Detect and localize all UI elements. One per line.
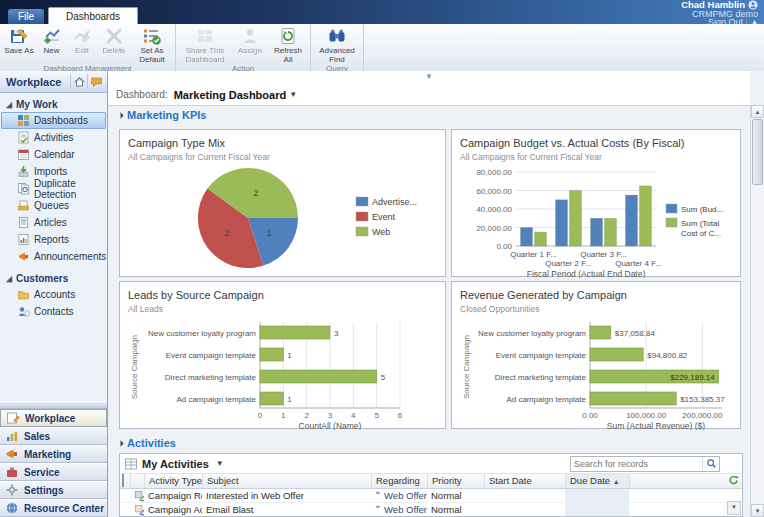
scroll-down-button[interactable]: ▼ (751, 504, 764, 517)
new-icon (42, 26, 62, 46)
nav-workplace[interactable]: Workplace (0, 409, 107, 427)
chart-title: Campaign Budget vs. Actual Costs (By Fis… (460, 137, 732, 149)
advanced-find-icon (327, 26, 347, 46)
nav-service[interactable]: Service (0, 463, 107, 481)
row-checkbox[interactable] (120, 503, 130, 516)
view-selector[interactable]: My Activities (142, 458, 209, 470)
refresh-grid-button[interactable] (727, 474, 742, 488)
sidebar-item-dashboards[interactable]: Dashboards (1, 112, 106, 129)
cell-regarding[interactable]: Web Offer (371, 503, 427, 516)
campaign-type-mix-chart[interactable]: 122Advertise...EventWeb (128, 164, 437, 274)
sidebar-item-reports[interactable]: Reports (1, 231, 106, 248)
activity-row[interactable]: Campaign Respo... Interested in Web Offe… (120, 489, 742, 503)
svg-text:Quarter 4 F...: Quarter 4 F... (615, 259, 662, 268)
sidebar-splitter[interactable] (0, 401, 107, 409)
sidebar-title: Workplace (6, 76, 70, 88)
svg-text:Event: Event (372, 212, 396, 222)
column-regarding[interactable]: Regarding (371, 474, 427, 488)
svg-text:60,000.00: 60,000.00 (476, 187, 512, 196)
svg-text:Event campaign template: Event campaign template (166, 351, 257, 360)
nav-marketing[interactable]: Marketing (0, 445, 107, 463)
svg-text:Fiscal Period (Actual End Date: Fiscal Period (Actual End Date) (527, 269, 646, 278)
chevron-down-icon[interactable]: ▼ (216, 459, 224, 468)
column-due-date[interactable]: Due Date ▲ (565, 474, 629, 488)
feedback-button[interactable] (87, 74, 104, 89)
new-button[interactable]: New (36, 25, 67, 64)
select-all-checkbox[interactable] (120, 474, 130, 488)
scroll-up-button[interactable]: ▲ (751, 105, 764, 118)
search-button[interactable] (702, 457, 719, 471)
sidebar-item-calendar[interactable]: Calendar (1, 146, 106, 163)
svg-text:New customer loyalty program: New customer loyalty program (148, 329, 256, 338)
sidebar-item-contacts[interactable]: Contacts (1, 303, 106, 320)
row-checkbox[interactable] (120, 489, 130, 502)
campaign-budget-chart[interactable]: 0.0020,000.0040,000.0060,000.0080,000.00… (460, 164, 732, 278)
cell-subject[interactable]: Email Blast (202, 503, 371, 516)
tab-dashboards[interactable]: Dashboards (48, 7, 138, 25)
activity-row[interactable]: Campaign Activity Email Blast Web Offer … (120, 503, 742, 517)
save-as-button[interactable]: Save As (2, 25, 36, 64)
sidebar-group-customers[interactable]: Customers (0, 271, 107, 286)
cell-regarding[interactable]: Web Offer (371, 489, 427, 502)
svg-text:5: 5 (381, 373, 386, 382)
nav-resource-center[interactable]: Resource Center (0, 499, 107, 517)
home-button[interactable] (70, 74, 87, 89)
nav-sales[interactable]: Sales (0, 427, 107, 445)
svg-text:0: 0 (258, 411, 263, 420)
dashboard-label: Dashboard: (116, 89, 168, 100)
sort-ascending-icon: ▲ (613, 478, 620, 485)
campaign-response-icon (134, 490, 144, 502)
column-subject[interactable]: Subject (202, 474, 371, 488)
chevron-down-icon[interactable]: ▼ (289, 90, 297, 99)
column-start-date[interactable]: Start Date (484, 474, 565, 488)
svg-text:CountAll (Name): CountAll (Name) (299, 421, 362, 430)
cell-subject[interactable]: Interested in Web Offer (202, 489, 371, 502)
articles-icon (17, 216, 30, 229)
wb-sales-icon (5, 429, 19, 443)
main-scrollbar[interactable]: ▲ ▼ (750, 105, 764, 517)
nav-settings[interactable]: Settings (0, 481, 107, 499)
search-input[interactable] (571, 459, 702, 469)
assign-button[interactable]: Assign (232, 25, 268, 64)
grid-scroll-down-button[interactable]: ▼ (727, 501, 741, 515)
svg-text:1: 1 (287, 351, 292, 360)
collapse-chevron-icon[interactable]: ▼ (425, 72, 433, 81)
leads-by-source-card: Leads by Source Campaign All Leads 01234… (119, 281, 446, 429)
dashboard-name[interactable]: Marketing Dashboard (174, 89, 286, 101)
share-this-dashboard-button[interactable]: Share This Dashboard (178, 25, 232, 64)
column-activity-type[interactable]: Activity Type (144, 474, 202, 488)
advanced-find-button[interactable]: Advanced Find (313, 25, 361, 64)
user-name: Chad Hamblin (681, 1, 745, 9)
tab-file[interactable]: File (8, 9, 44, 24)
column-priority[interactable]: Priority (427, 474, 484, 488)
svg-text:Sum (Total: Sum (Total (681, 219, 719, 228)
delete-button[interactable]: Delete (97, 25, 131, 64)
wb-resource-icon (5, 501, 19, 515)
revenue-by-campaign-chart[interactable]: 0.00100,000.00200,000.00New customer loy… (460, 316, 732, 430)
scroll-thumb[interactable] (752, 119, 763, 185)
collapse-strip: ▼ (108, 71, 750, 85)
sidebar-item-duplicate-detection[interactable]: Duplicate Detection (1, 180, 106, 197)
svg-text:3: 3 (334, 329, 339, 338)
svg-text:Ad campaign template: Ad campaign template (176, 395, 256, 404)
sidebar-item-articles[interactable]: Articles (1, 214, 106, 231)
activities-section-header[interactable]: Activities (118, 437, 176, 449)
kpi-section-header[interactable]: Marketing KPIs (118, 109, 206, 121)
leads-by-source-chart[interactable]: 0123456New customer loyalty program3Even… (128, 316, 437, 430)
sidebar-item-activities[interactable]: Activities (1, 129, 106, 146)
svg-text:1: 1 (267, 228, 272, 238)
cell-start-date (484, 503, 565, 516)
sidebar-item-queues[interactable]: Queues (1, 197, 106, 214)
set-as-default-button[interactable]: Set As Default (131, 25, 173, 64)
sidebar-group-my-work[interactable]: My Work (0, 97, 107, 112)
duplicate-detection-icon (17, 182, 30, 195)
refresh-icon (278, 26, 298, 46)
refresh-all-button[interactable]: Refresh All (268, 25, 308, 64)
grid-view-icon (124, 457, 138, 471)
chart-title: Leads by Source Campaign (128, 289, 437, 301)
edit-button[interactable]: Edit (67, 25, 97, 64)
set-default-icon (142, 26, 162, 46)
cell-start-date (484, 489, 565, 502)
sidebar-item-accounts[interactable]: Accounts (1, 286, 106, 303)
sidebar-item-announcements[interactable]: Announcements (1, 248, 106, 265)
